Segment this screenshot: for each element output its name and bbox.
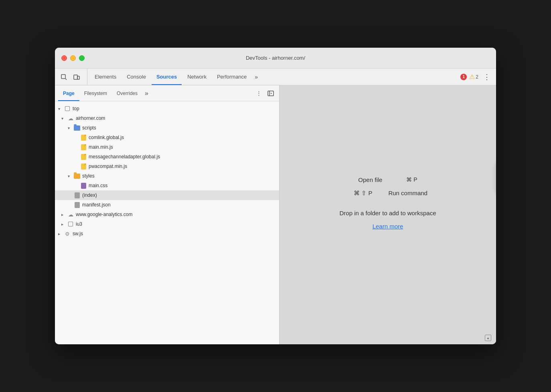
tree-label-comlink: comlink.global.js — [89, 135, 276, 140]
tree-item-comlink[interactable]: comlink.global.js — [55, 133, 279, 142]
run-command-label: Run command — [388, 190, 427, 196]
gear-icon-sw: ⚙ — [64, 230, 71, 237]
tab-network[interactable]: Network — [182, 69, 211, 85]
tree-label-top: top — [73, 106, 276, 111]
arrow-top — [58, 107, 64, 111]
open-file-shortcut: ⌘ P — [406, 176, 417, 183]
tree-item-styles[interactable]: styles — [55, 171, 279, 181]
arrow-iu3 — [61, 222, 67, 226]
main-content: Page Filesystem Overrides » ⋮ — [55, 85, 496, 344]
right-panel: Open file ⌘ P ⌘ ⇧ P Run command Drop in … — [280, 85, 496, 344]
toolbar-icons — [58, 69, 87, 85]
file-icon-main-css — [80, 182, 87, 189]
svg-rect-3 — [77, 76, 79, 79]
tree-label-iu3: iu3 — [76, 221, 276, 227]
device-toggle-button[interactable] — [71, 71, 82, 83]
tree-item-airhorner[interactable]: ☁ airhorner.com — [55, 113, 279, 123]
error-icon: 1 — [460, 74, 467, 80]
open-file-line: Open file ⌘ P — [358, 176, 417, 183]
tree-label-index: (index) — [82, 192, 276, 198]
arrow-airhorner — [61, 116, 67, 121]
resize-handle[interactable] — [485, 335, 491, 341]
tree-label-scripts: scripts — [82, 125, 276, 131]
tab-bar-right: 1 ⚠ 2 ⋮ — [460, 69, 493, 85]
tab-elements[interactable]: Elements — [90, 69, 121, 85]
sub-tab-more-button[interactable]: » — [142, 85, 151, 101]
file-icon-messagechannel — [80, 153, 87, 160]
svg-line-1 — [65, 79, 67, 80]
error-badge: 1 — [460, 74, 467, 80]
tree-item-manifest[interactable]: manifest.json — [55, 200, 279, 210]
tree-item-messagechannel[interactable]: messagechanneladapter.global.js — [55, 152, 279, 162]
tab-performance[interactable]: Performance — [212, 69, 251, 85]
sub-tab-filesystem[interactable]: Filesystem — [79, 85, 112, 101]
devtools-window: DevTools - airhorner.com/ Elements Conso… — [55, 48, 496, 344]
learn-more-link[interactable]: Learn more — [373, 223, 403, 230]
arrow-styles — [68, 174, 73, 178]
tree-label-sw: sw.js — [73, 231, 276, 236]
sub-tab-actions: ⋮ — [253, 85, 276, 101]
inspect-button[interactable] — [58, 71, 69, 83]
tree-label-google-analytics: www.google-analytics.com — [76, 212, 276, 217]
minimize-button[interactable] — [70, 55, 76, 61]
close-button[interactable] — [61, 55, 67, 61]
file-tree: top ☁ airhorner.com scripts — [55, 101, 279, 344]
square-icon-top — [64, 105, 71, 112]
tree-item-pwacompat[interactable]: pwacompat.min.js — [55, 162, 279, 171]
cloud-icon-airhorner: ☁ — [67, 115, 74, 122]
tree-item-scripts[interactable]: scripts — [55, 123, 279, 133]
tab-console[interactable]: Console — [122, 69, 151, 85]
square-icon-iu3 — [67, 220, 74, 228]
tab-more-button[interactable]: » — [252, 69, 260, 85]
arrow-scripts — [68, 126, 73, 130]
devtools-menu-button[interactable]: ⋮ — [481, 73, 493, 81]
folder-icon-styles — [73, 172, 81, 180]
drop-folder-text: Drop in a folder to add to workspace — [340, 210, 436, 216]
window-title: DevTools - airhorner.com/ — [61, 55, 490, 61]
tab-sources[interactable]: Sources — [152, 69, 182, 85]
sub-tab-page[interactable]: Page — [58, 85, 79, 101]
traffic-lights — [61, 55, 85, 61]
tab-bar: Elements Console Sources Network Perform… — [55, 69, 496, 85]
more-options-button[interactable]: ⋮ — [253, 88, 264, 99]
file-icon-pwacompat — [80, 163, 87, 170]
left-panel: Page Filesystem Overrides » ⋮ — [55, 85, 280, 344]
tree-item-top[interactable]: top — [55, 104, 279, 113]
maximize-button[interactable] — [79, 55, 85, 61]
open-file-label: Open file — [358, 176, 382, 183]
run-command-line: ⌘ ⇧ P Run command — [348, 190, 427, 197]
folder-icon-scripts — [73, 124, 81, 131]
warning-badge: ⚠ 2 — [469, 73, 478, 81]
file-icon-index — [73, 192, 81, 199]
tree-item-google-analytics[interactable]: ☁ www.google-analytics.com — [55, 210, 279, 219]
tree-item-iu3[interactable]: iu3 — [55, 219, 279, 229]
file-icon-comlink — [80, 134, 87, 141]
tree-label-airhorner: airhorner.com — [76, 115, 276, 121]
tree-item-main-min[interactable]: main.min.js — [55, 142, 279, 152]
run-command-shortcut: ⌘ ⇧ P — [354, 190, 372, 197]
sub-tab-bar: Page Filesystem Overrides » ⋮ — [55, 85, 279, 101]
arrow-sw — [58, 232, 64, 236]
tree-label-main-css: main.css — [89, 183, 276, 188]
tree-item-index[interactable]: (index) — [55, 190, 279, 200]
svg-rect-2 — [74, 75, 77, 79]
sub-tab-overrides[interactable]: Overrides — [112, 85, 142, 101]
right-panel-content: Open file ⌘ P ⌘ ⇧ P Run command Drop in … — [340, 176, 436, 230]
title-bar: DevTools - airhorner.com/ — [55, 48, 496, 69]
tree-label-manifest: manifest.json — [82, 202, 276, 208]
tree-item-sw[interactable]: ⚙ sw.js — [55, 229, 279, 238]
svg-rect-0 — [61, 75, 65, 79]
cloud-icon-google-analytics: ☁ — [67, 211, 74, 218]
tree-item-main-css[interactable]: main.css — [55, 181, 279, 190]
file-icon-main-min — [80, 143, 87, 151]
tree-label-messagechannel: messagechanneladapter.global.js — [89, 154, 276, 160]
file-icon-manifest — [73, 201, 81, 208]
tree-label-pwacompat: pwacompat.min.js — [89, 164, 276, 169]
tree-label-main-min: main.min.js — [89, 144, 276, 150]
arrow-google-analytics — [61, 212, 67, 217]
panel-toggle-button[interactable] — [265, 88, 276, 99]
tree-label-styles: styles — [82, 173, 276, 179]
